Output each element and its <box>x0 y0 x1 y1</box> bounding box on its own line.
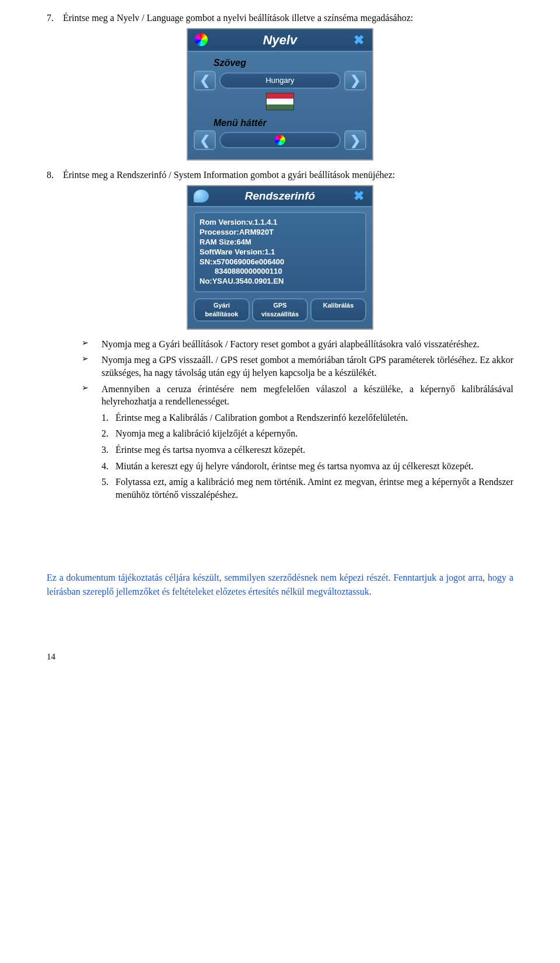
nyelv-titlebar: Nyelv ✖ <box>188 29 372 53</box>
bullet-text: Nyomja meg a GPS visszaáll. / GPS reset … <box>102 354 513 379</box>
nyelv-title: Nyelv <box>210 32 350 49</box>
szoveg-value: Hungary <box>219 72 341 89</box>
szoveg-label: Szöveg <box>214 57 366 69</box>
sub-number: 3. <box>102 444 116 456</box>
hatter-label: Menü háttér <box>214 117 366 130</box>
item-number: 8. <box>47 169 63 182</box>
rendszerinfo-title: Rendszerinfó <box>210 189 350 204</box>
prev-arrow-icon[interactable]: ❮ <box>194 130 216 150</box>
sub-number: 2. <box>102 427 116 440</box>
hungary-flag-icon <box>194 93 366 113</box>
next-arrow-icon[interactable]: ❯ <box>344 130 366 150</box>
sub-text: Érintse meg és tartsa nyomva a célkeresz… <box>116 444 513 456</box>
info-line: 8340880000000110 <box>200 267 360 277</box>
info-line: SoftWare Version:1.1 <box>200 247 360 257</box>
page-number: 14 <box>47 651 513 662</box>
colorwheel-icon[interactable] <box>192 32 210 47</box>
hatter-value <box>219 132 341 148</box>
rendszerinfo-screenshot: Rendszerinfó ✖ Rom Version:v.1.1.4.1 Pro… <box>47 185 513 330</box>
rendszerinfo-titlebar: Rendszerinfó ✖ <box>188 186 372 207</box>
sub-item: 4. Miután a kereszt egy új helyre vándor… <box>102 460 513 473</box>
sub-item: 1. Érintse meg a Kalibrálás / Calibratio… <box>102 411 513 424</box>
sub-list: 1. Érintse meg a Kalibrálás / Calibratio… <box>102 411 513 501</box>
item-text: Érintse meg a Nyelv / Language gombot a … <box>63 12 513 25</box>
disclaimer-text: Ez a dokumentum tájékoztatás céljára kés… <box>47 571 513 598</box>
sub-item: 3. Érintse meg és tartsa nyomva a célker… <box>102 444 513 456</box>
sub-text: Miután a kereszt egy új helyre vándorolt… <box>116 460 513 473</box>
close-icon[interactable]: ✖ <box>350 32 368 47</box>
close-icon[interactable]: ✖ <box>350 189 368 204</box>
sub-number: 1. <box>102 411 116 424</box>
system-info-box: Rom Version:v.1.1.4.1 Processor:ARM920T … <box>194 212 366 292</box>
item-number: 7. <box>47 12 63 25</box>
sub-item: 2. Nyomja meg a kalibráció kijelzőjét a … <box>102 427 513 440</box>
sub-text: Nyomja meg a kalibráció kijelzőjét a kép… <box>116 427 513 440</box>
info-line: SN:x570069006e006400 <box>200 257 360 267</box>
arrow-bullet-icon: ➢ <box>82 338 102 351</box>
arrow-bullet-icon: ➢ <box>82 383 102 408</box>
next-arrow-icon[interactable]: ❯ <box>344 71 366 90</box>
sub-number: 4. <box>102 460 116 473</box>
arrow-bullet-icon: ➢ <box>82 354 102 379</box>
info-line: Processor:ARM920T <box>200 228 360 238</box>
bullet-item: ➢ Nyomja meg a GPS visszaáll. / GPS rese… <box>82 354 513 379</box>
gps-reset-button[interactable]: GPS visszaállítás <box>252 298 308 322</box>
sub-item: 5. Folytassa ezt, amíg a kalibráció meg … <box>102 476 513 501</box>
item-text: Érintse meg a Rendszerinfó / System Info… <box>63 169 513 182</box>
sub-text: Érintse meg a Kalibrálás / Calibration g… <box>116 411 513 424</box>
sub-number: 5. <box>102 476 116 501</box>
speech-bubble-icon[interactable] <box>192 189 210 204</box>
bullet-text: Amennyiben a ceruza érintésére nem megfe… <box>102 383 513 408</box>
bullet-list: ➢ Nyomja meg a Gyári beállítások / Facto… <box>82 338 513 408</box>
prev-arrow-icon[interactable]: ❮ <box>194 71 216 90</box>
info-line: No:YSAU.3540.0901.EN <box>200 277 360 287</box>
list-item-8: 8. Érintse meg a Rendszerinfó / System I… <box>47 169 513 182</box>
list-item-7: 7. Érintse meg a Nyelv / Language gombot… <box>47 12 513 25</box>
bullet-item: ➢ Amennyiben a ceruza érintésére nem meg… <box>82 383 513 408</box>
calibration-button[interactable]: Kalibrálás <box>310 298 366 322</box>
info-line: RAM Size:64M <box>200 238 360 247</box>
info-line: Rom Version:v.1.1.4.1 <box>200 218 360 228</box>
bullet-item: ➢ Nyomja meg a Gyári beállítások / Facto… <box>82 338 513 351</box>
factory-reset-button[interactable]: Gyári beállítások <box>194 298 250 322</box>
sub-text: Folytassa ezt, amíg a kalibráció meg nem… <box>116 476 513 501</box>
bullet-text: Nyomja meg a Gyári beállítások / Factory… <box>102 338 513 351</box>
nyelv-screenshot: Nyelv ✖ Szöveg ❮ Hungary ❯ Menü háttér ❮… <box>47 28 513 161</box>
